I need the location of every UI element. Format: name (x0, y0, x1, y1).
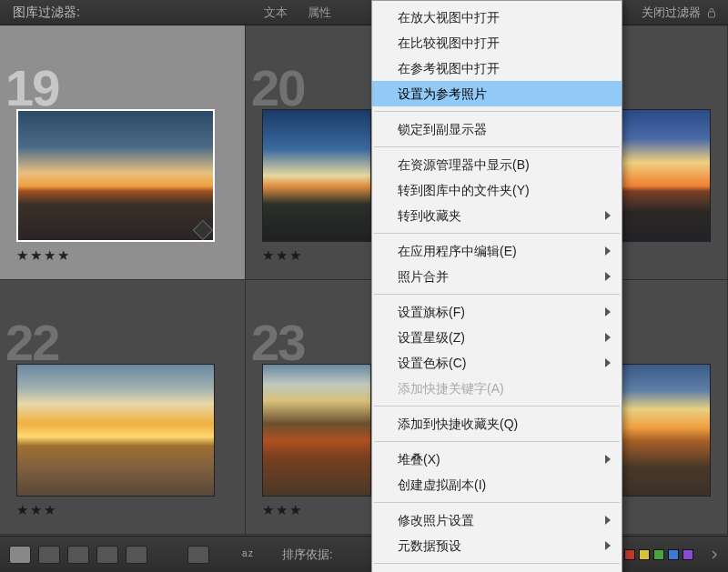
color-swatch-purple[interactable] (682, 549, 693, 560)
thumbnail[interactable] (611, 364, 711, 497)
chevron-right-icon (605, 455, 611, 464)
filter-tab-attr[interactable]: 属性 (308, 5, 331, 21)
menu-lock-to-second[interactable]: 锁定到副显示器 (372, 116, 622, 142)
menu-set-flag[interactable]: 设置旗标(F) (372, 299, 622, 325)
chevron-right-icon (605, 358, 611, 367)
thumbnail[interactable] (262, 364, 371, 497)
menu-separator (374, 111, 620, 112)
close-filter-button[interactable]: 关闭过滤器 (642, 5, 701, 21)
sort-direction-icon[interactable]: az (242, 547, 257, 562)
chevron-right-icon (605, 246, 611, 256)
loupe-view-button[interactable] (38, 546, 60, 564)
color-swatch-yellow[interactable] (639, 549, 650, 560)
chevron-right-icon (605, 333, 611, 342)
compare-view-button[interactable] (67, 546, 89, 564)
menu-separator (374, 563, 620, 564)
menu-go-to-folder[interactable]: 转到图库中的文件夹(Y) (372, 177, 622, 203)
menu-separator (374, 146, 620, 147)
people-view-button[interactable] (126, 546, 147, 564)
grid-cell-19[interactable]: 19 ★★★★ (0, 25, 246, 280)
thumbnail[interactable] (611, 109, 711, 242)
menu-stacking[interactable]: 堆叠(X) (372, 447, 622, 472)
chevron-right-icon (605, 272, 611, 281)
menu-open-in-compare[interactable]: 在比较视图中打开 (372, 30, 622, 55)
svg-rect-0 (709, 12, 715, 17)
menu-set-rating[interactable]: 设置星级(Z) (372, 325, 622, 350)
lock-icon (706, 7, 717, 18)
menu-add-shortcut-keyword: 添加快捷关键字(A) (372, 376, 622, 401)
thumbnail[interactable] (16, 364, 215, 497)
menu-separator (374, 406, 620, 406)
svg-text:z: z (248, 548, 253, 558)
chevron-right-icon (605, 516, 611, 525)
menu-separator (374, 294, 620, 295)
color-swatch-blue[interactable] (668, 549, 679, 560)
thumbnail[interactable] (262, 109, 371, 242)
painter-tool-button[interactable] (187, 546, 209, 564)
menu-create-virtual-copy[interactable]: 创建虚拟副本(I) (372, 472, 622, 497)
menu-photo-merge[interactable]: 照片合并 (372, 264, 622, 289)
grid-view-button[interactable] (9, 546, 31, 564)
svg-text:a: a (242, 548, 248, 558)
menu-open-in-reference[interactable]: 在参考视图中打开 (372, 55, 622, 81)
context-menu: 在放大视图中打开 在比较视图中打开 在参考视图中打开 设置为参考照片 锁定到副显… (371, 0, 622, 572)
menu-metadata-presets[interactable]: 元数据预设 (372, 533, 622, 558)
rating-stars[interactable]: ★★★ (16, 502, 228, 518)
menu-add-to-quick-collection[interactable]: 添加到快捷收藏夹(Q) (372, 411, 622, 437)
chevron-right-icon[interactable] (710, 550, 719, 559)
menu-set-color[interactable]: 设置色标(C) (372, 350, 622, 376)
menu-develop-settings[interactable]: 修改照片设置 (372, 507, 622, 533)
chevron-right-icon (605, 541, 611, 550)
menu-separator (374, 502, 620, 503)
grid-cell-22[interactable]: 22 ★★★ (0, 280, 246, 535)
chevron-right-icon (605, 211, 611, 220)
sort-by-label[interactable]: 排序依据: (282, 547, 333, 563)
menu-rotate-ccw[interactable]: 逆时针旋转(L) (372, 568, 622, 572)
filter-title: 图库过滤器: (13, 5, 80, 21)
menu-separator (374, 441, 620, 442)
menu-show-in-explorer[interactable]: 在资源管理器中显示(B) (372, 152, 622, 177)
menu-separator (374, 233, 620, 234)
rating-stars[interactable]: ★★★★ (16, 247, 228, 264)
thumbnail[interactable] (16, 109, 215, 242)
survey-view-button[interactable] (96, 546, 118, 564)
color-swatch-green[interactable] (653, 549, 664, 560)
color-swatch-red[interactable] (624, 549, 635, 560)
color-label-swatches (624, 549, 693, 560)
menu-open-in-loupe[interactable]: 在放大视图中打开 (372, 5, 622, 30)
menu-edit-in-app[interactable]: 在应用程序中编辑(E) (372, 238, 622, 264)
menu-set-as-reference[interactable]: 设置为参考照片 (372, 81, 622, 106)
menu-go-to-collection[interactable]: 转到收藏夹 (372, 203, 622, 228)
filter-tab-text[interactable]: 文本 (264, 5, 288, 21)
chevron-right-icon (605, 307, 611, 316)
